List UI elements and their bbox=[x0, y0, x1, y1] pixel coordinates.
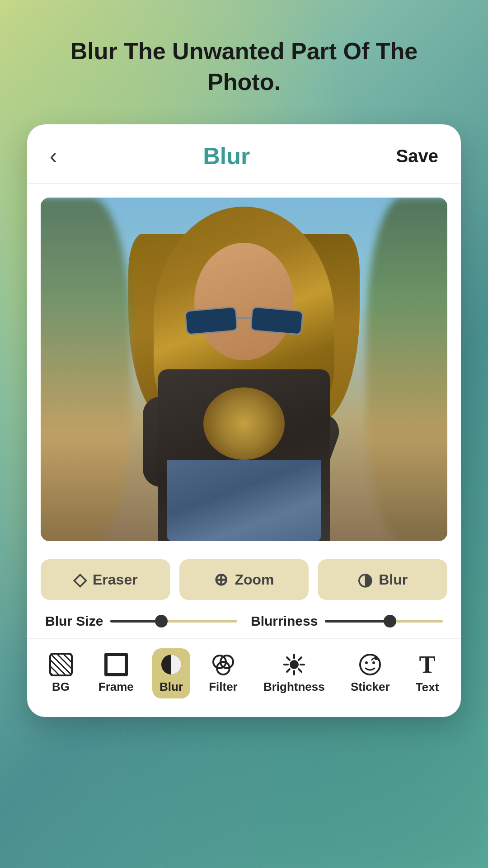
blur-size-track[interactable] bbox=[110, 620, 237, 623]
jeans bbox=[167, 460, 321, 541]
eraser-button[interactable]: ◇ Eraser bbox=[41, 559, 170, 600]
shirt-design bbox=[203, 387, 285, 460]
nav-item-bg[interactable]: BG bbox=[42, 648, 80, 698]
face bbox=[194, 243, 294, 360]
nav-blur-label: Blur bbox=[160, 680, 183, 694]
sliders-section: Blur Size Blurriness bbox=[27, 604, 461, 633]
blur-tool-label: Blur bbox=[379, 571, 408, 588]
nav-brightness-icon bbox=[282, 653, 306, 676]
nav-item-text[interactable]: T Text bbox=[408, 648, 446, 699]
blurriness-slider-group: Blurriness bbox=[251, 613, 443, 629]
nav-sticker-label: Sticker bbox=[351, 680, 390, 694]
svg-line-9 bbox=[287, 657, 290, 660]
nav-item-frame[interactable]: Frame bbox=[91, 648, 141, 698]
blurriness-track[interactable] bbox=[325, 620, 443, 623]
eraser-icon: ◇ bbox=[73, 570, 86, 590]
glasses-left-lens bbox=[184, 306, 238, 335]
blur-tool-button[interactable]: ◑ Blur bbox=[318, 559, 447, 600]
nav-blur-icon bbox=[160, 653, 183, 676]
blur-icon: ◑ bbox=[357, 570, 372, 590]
svg-point-15 bbox=[372, 661, 375, 664]
nav-filter-icon bbox=[211, 653, 235, 676]
zoom-icon: ⊕ bbox=[214, 570, 228, 590]
nav-item-filter[interactable]: Filter bbox=[202, 648, 245, 698]
nav-item-blur[interactable]: Blur bbox=[152, 648, 190, 698]
photo-canvas[interactable] bbox=[41, 198, 447, 541]
nav-frame-label: Frame bbox=[99, 680, 134, 694]
glasses-right-lens bbox=[250, 306, 304, 335]
zoom-button[interactable]: ⊕ Zoom bbox=[179, 559, 309, 600]
svg-line-12 bbox=[287, 669, 290, 672]
person-figure bbox=[90, 207, 398, 541]
svg-line-10 bbox=[299, 669, 301, 672]
svg-point-4 bbox=[290, 660, 299, 669]
nav-brightness-label: Brightness bbox=[263, 680, 325, 694]
nav-sticker-icon bbox=[358, 653, 382, 676]
eraser-label: Eraser bbox=[93, 571, 138, 588]
main-card: ‹ Blur Save bbox=[27, 124, 461, 717]
back-button[interactable]: ‹ bbox=[50, 145, 57, 167]
nav-text-label: Text bbox=[416, 680, 439, 694]
blur-size-thumb[interactable] bbox=[155, 615, 168, 627]
bg-blur-right bbox=[366, 198, 447, 541]
tool-buttons: ◇ Eraser ⊕ Zoom ◑ Blur bbox=[27, 550, 461, 604]
bg-icon bbox=[49, 653, 73, 676]
svg-point-16 bbox=[375, 656, 378, 660]
nav-bg-label: BG bbox=[52, 680, 70, 694]
bottom-navigation: BG Frame Blur Filter bbox=[27, 638, 461, 703]
blurriness-label: Blurriness bbox=[251, 613, 318, 629]
glasses-bridge bbox=[237, 317, 251, 319]
svg-point-14 bbox=[365, 661, 368, 664]
save-button[interactable]: Save bbox=[396, 146, 438, 166]
nav-text-icon: T bbox=[419, 652, 436, 677]
blur-size-label: Blur Size bbox=[45, 613, 103, 629]
sunglasses bbox=[185, 308, 303, 335]
nav-item-brightness[interactable]: Brightness bbox=[256, 648, 332, 698]
frame-icon bbox=[104, 653, 128, 676]
blurriness-thumb[interactable] bbox=[384, 615, 396, 627]
nav-item-sticker[interactable]: Sticker bbox=[343, 648, 397, 698]
zoom-label: Zoom bbox=[235, 571, 274, 588]
promo-text: Blur The Unwanted Part Of The Photo. bbox=[0, 0, 488, 124]
nav-filter-label: Filter bbox=[209, 680, 238, 694]
blur-size-slider-group: Blur Size bbox=[45, 613, 237, 629]
card-header: ‹ Blur Save bbox=[27, 124, 461, 184]
svg-line-11 bbox=[299, 657, 301, 660]
bg-blur-left bbox=[41, 198, 131, 541]
page-title: Blur bbox=[203, 142, 250, 170]
